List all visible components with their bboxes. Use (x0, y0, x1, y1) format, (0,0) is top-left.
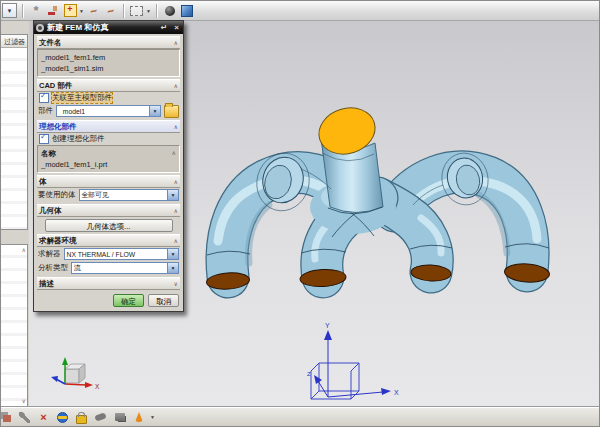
dialog-title-bar[interactable]: 新建 FEM 和仿真 ↵ × (34, 21, 183, 34)
open-folder-icon[interactable] (164, 105, 179, 118)
dialog-title: 新建 FEM 和仿真 (47, 22, 108, 33)
toolbar-separator (123, 4, 125, 18)
secondary-list-panel[interactable]: ∧ ∨ (1, 244, 28, 407)
file-name-list: _model1_fem1.fem _model1_sim1.sim (37, 49, 180, 77)
bodies-to-use-label: 要使用的体 (38, 190, 76, 200)
collapse-icon[interactable]: ∧ (174, 207, 178, 214)
selection-rectangle-icon[interactable] (130, 4, 144, 18)
solver-environment-group: 求解器环境 ∧ 求解器 NX THERMAL / FLOW ▼ 分析类型 流 ▼ (37, 234, 180, 275)
scroll-down-icon[interactable]: ∨ (22, 398, 26, 404)
navigator-panel[interactable]: 过滤器 (1, 34, 28, 230)
snap-red-icon[interactable] (46, 4, 60, 18)
solver-combo[interactable]: NX THERMAL / FLOW ▼ (64, 248, 180, 260)
wcs-z-label: Z (307, 371, 311, 377)
create-idealized-label[interactable]: 创建理想化部件 (52, 134, 105, 144)
spline-icon-2[interactable]: ~ (104, 4, 118, 18)
cad-part-group: CAD 部件 ∧ ✓ 关联至主模型部件 部件 _model1 ▼ (37, 79, 180, 118)
wcs-triad[interactable]: Y X Z (307, 322, 399, 399)
idealized-part-header[interactable]: 理想化部件 ∧ (37, 120, 180, 133)
wcs-y-label: Y (325, 322, 330, 329)
bodies-to-use-combo[interactable]: 全部可见 ▼ (79, 189, 180, 201)
geometry-options-button[interactable]: 几何体选项... (45, 219, 173, 232)
dialog-gear-icon (36, 24, 44, 32)
create-idealized-checkbox[interactable]: ✓ (39, 134, 49, 144)
geometry-group: 几何体 ∧ 几何体选项... (37, 204, 180, 232)
collapse-icon[interactable]: ∧ (174, 82, 178, 89)
associate-master-checkbox[interactable]: ✓ (39, 93, 49, 103)
dialog-close-icon[interactable]: × (172, 24, 181, 32)
shaded-cube-icon[interactable] (180, 4, 194, 18)
name-subheader[interactable]: 名称 ∧ (41, 148, 176, 159)
dropdown-arrow-icon[interactable]: ▼ (149, 106, 160, 116)
toolbar-separator (22, 4, 24, 18)
file-name-header[interactable]: 文件名 ∧ (37, 36, 180, 49)
collapse-icon[interactable]: ∧ (174, 237, 178, 244)
flame-icon[interactable] (132, 411, 145, 424)
check-icon: ✓ (40, 132, 47, 141)
bottom-taskbar: × ▼ (1, 407, 600, 426)
dropdown-arrow-icon[interactable]: ▼ (167, 263, 178, 273)
body-group: 体 ∧ 要使用的体 全部可见 ▼ (37, 175, 180, 202)
create-plus-icon[interactable]: + (63, 4, 77, 18)
expand-icon[interactable]: ∨ (174, 280, 178, 287)
collapse-icon[interactable]: ∧ (174, 123, 178, 130)
toolbar-separator (156, 4, 158, 18)
snap-point-flower-icon[interactable]: * (29, 4, 43, 18)
analysis-type-combo[interactable]: 流 ▼ (71, 262, 179, 274)
tube-opening-2[interactable] (300, 268, 347, 287)
filter-column-header[interactable]: 过滤器 (1, 35, 27, 48)
part-label: 部件 (38, 106, 53, 116)
idealized-name-box: 名称 ∧ _model1_fem1_i.prt (37, 145, 180, 173)
model-3d[interactable] (206, 101, 550, 290)
plug-icon[interactable] (113, 411, 126, 424)
analysis-type-label: 分析类型 (38, 263, 68, 273)
top-toolbar: ▼ * + ▼ ~ ~ ▼ (1, 1, 600, 21)
tube-opening-1[interactable] (206, 272, 250, 291)
body-header[interactable]: 体 ∧ (37, 175, 180, 188)
key-icon[interactable] (18, 411, 31, 424)
collapse-icon[interactable]: ∧ (174, 178, 178, 185)
lock-icon[interactable] (75, 411, 88, 424)
description-header[interactable]: 描述 ∨ (37, 277, 180, 290)
application-window: ▼ * + ▼ ~ ~ ▼ 过滤器 ∧ ∨ (0, 0, 600, 427)
check-icon: ✓ (40, 91, 47, 100)
file-name-group: 文件名 ∧ _model1_fem1.fem _model1_sim1.sim (37, 36, 180, 77)
cad-part-header[interactable]: CAD 部件 ∧ (37, 79, 180, 92)
dialog-footer: 确定 取消 (37, 292, 180, 307)
snap-cross-icon[interactable]: × (37, 411, 50, 424)
description-group: 描述 ∨ (37, 277, 180, 290)
fem-file-row[interactable]: _model1_fem1.fem (41, 52, 176, 63)
idealized-part-group: 理想化部件 ∧ ✓ 创建理想化部件 名称 ∧ _model1_fem1_i.pr… (37, 120, 180, 173)
selection-rectangle-dropdown[interactable]: ▼ (146, 8, 151, 14)
spline-icon[interactable]: ~ (87, 4, 101, 18)
triad-x-label: X (95, 383, 100, 390)
globe-icon[interactable] (56, 411, 69, 424)
flame-dropdown-arrow[interactable]: ▼ (150, 414, 155, 420)
window-overlap-icon[interactable] (0, 411, 12, 424)
tube-opening-4[interactable] (504, 262, 550, 283)
dropdown-arrow-icon: ▼ (7, 8, 13, 14)
model-top-face[interactable] (313, 101, 381, 161)
create-plus-dropdown[interactable]: ▼ (79, 8, 84, 14)
solver-label: 求解器 (38, 249, 61, 259)
ok-button[interactable]: 确定 (113, 294, 144, 307)
sim-file-row[interactable]: _model1_sim1.sim (41, 63, 176, 74)
collapse-icon[interactable]: ∧ (172, 148, 176, 159)
tube-opening-3[interactable] (411, 264, 452, 282)
cancel-button[interactable]: 取消 (148, 294, 179, 307)
filter-column-label: 过滤器 (4, 38, 25, 45)
collapse-icon[interactable]: ∧ (174, 39, 178, 46)
idealized-name-row[interactable]: _model1_fem1_i.prt (41, 159, 176, 170)
toolbar-options-dropdown[interactable]: ▼ (2, 3, 17, 18)
dropdown-arrow-icon[interactable]: ▼ (167, 190, 178, 200)
associate-master-label[interactable]: 关联至主模型部件 (52, 93, 112, 103)
dropdown-arrow-icon[interactable]: ▼ (167, 249, 178, 259)
part-combo[interactable]: _model1 ▼ (56, 105, 161, 117)
scroll-up-icon[interactable]: ∧ (22, 247, 26, 253)
dialog-clamp-icon[interactable]: ↵ (159, 24, 170, 32)
left-sidebar: 过滤器 ∧ ∨ (1, 21, 29, 409)
solver-environment-header[interactable]: 求解器环境 ∧ (37, 234, 180, 247)
geometry-header[interactable]: 几何体 ∧ (37, 204, 180, 217)
phone-icon[interactable] (94, 411, 107, 424)
sphere-display-icon[interactable] (163, 4, 177, 18)
